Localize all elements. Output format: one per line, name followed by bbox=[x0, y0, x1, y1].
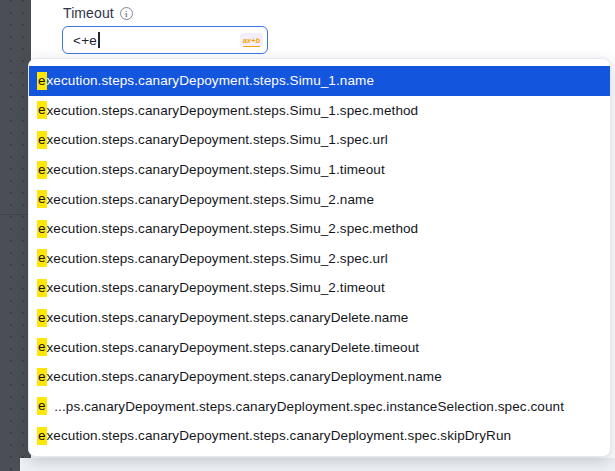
suggestion-item[interactable]: execution.steps.canaryDepoyment.steps.Si… bbox=[29, 184, 610, 214]
match-highlight: e bbox=[37, 161, 47, 179]
suggestion-item[interactable]: e ...ps.canaryDepoyment.steps.canaryDepl… bbox=[29, 392, 610, 422]
suggestion-item[interactable]: execution.steps.canaryDepoyment.steps.ca… bbox=[29, 421, 610, 451]
suggestion-item[interactable]: execution.steps.canaryDepoyment.steps.Si… bbox=[29, 155, 610, 185]
match-highlight: e bbox=[37, 427, 47, 445]
match-highlight: e bbox=[37, 220, 47, 238]
suggestion-item[interactable]: execution.steps.canaryDepoyment.steps.Si… bbox=[29, 273, 610, 303]
expression-suggestions-dropdown: execution.steps.canaryDepoyment.steps.Si… bbox=[28, 58, 611, 457]
step-settings-panel: Timeout i <+e ax+b bbox=[31, 0, 615, 58]
match-highlight: e bbox=[37, 338, 47, 356]
suggestion-item[interactable]: execution.steps.canaryDepoyment.steps.Si… bbox=[29, 214, 610, 244]
match-highlight: e bbox=[37, 72, 47, 90]
timeout-input[interactable]: <+e ax+b bbox=[62, 26, 268, 54]
match-highlight: e bbox=[37, 131, 47, 149]
timeout-label: Timeout bbox=[63, 5, 114, 21]
suggestion-item[interactable]: execution.steps.canaryDepoyment.steps.ca… bbox=[29, 362, 610, 392]
timeout-input-value: <+e bbox=[73, 33, 97, 48]
suggestion-item[interactable]: execution.steps.canaryDepoyment.steps.Si… bbox=[29, 125, 610, 155]
suggestion-item[interactable]: execution.steps.canaryDepoyment.steps.ca… bbox=[29, 332, 610, 362]
suggestion-item[interactable]: execution.steps.canaryDepoyment.steps.Si… bbox=[29, 96, 610, 126]
timeout-field-label-row: Timeout i bbox=[63, 5, 133, 21]
match-highlight: e bbox=[37, 397, 47, 415]
info-icon[interactable]: i bbox=[120, 7, 133, 20]
match-highlight: e bbox=[37, 279, 47, 297]
match-highlight: e bbox=[37, 101, 47, 119]
pipeline-canvas bbox=[0, 0, 31, 471]
suggestion-item[interactable]: execution.steps.canaryDepoyment.steps.ca… bbox=[29, 303, 610, 333]
match-highlight: e bbox=[37, 368, 47, 386]
canvas-divider bbox=[0, 214, 31, 215]
match-highlight: e bbox=[37, 190, 47, 208]
suggestion-item[interactable]: execution.steps.canaryDepoyment.steps.Si… bbox=[29, 244, 610, 274]
panel-footer-strip bbox=[20, 458, 615, 471]
text-caret bbox=[98, 32, 100, 48]
expression-mode-icon: ax+b bbox=[240, 33, 263, 48]
match-highlight: e bbox=[37, 309, 47, 327]
match-highlight: e bbox=[37, 249, 47, 267]
suggestion-item[interactable]: execution.steps.canaryDepoyment.steps.Si… bbox=[29, 66, 610, 96]
